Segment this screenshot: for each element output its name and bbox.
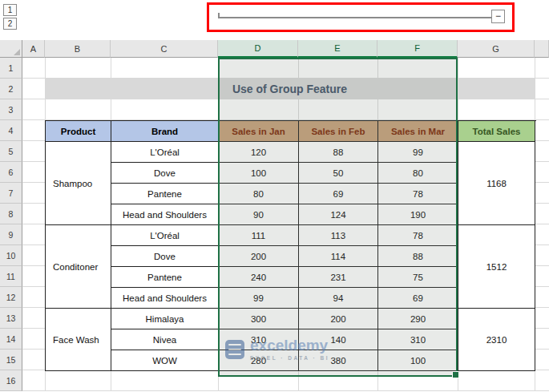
cell-brand[interactable]: Nivea [111,329,219,350]
row-header-1[interactable]: 1 [0,58,22,79]
worksheet-grid: ABCDEFG 12345678910111213141516 Use of G… [0,40,549,392]
cell-brand[interactable]: L'Oréal [111,142,219,163]
annotation-highlight-box: − [207,2,515,32]
column-header-stub[interactable] [535,40,549,58]
column-header-D[interactable]: D [218,40,298,58]
cell-brand[interactable]: Pantene [111,267,219,288]
cell-brand[interactable]: Head and Shoulders [111,204,219,225]
group-collapse-button[interactable]: − [491,10,505,23]
cell-product-conditoner[interactable]: Conditoner [46,225,111,309]
selection-fill-handle[interactable] [452,371,459,378]
cell-total-face-wash[interactable]: 2310 [458,309,535,371]
row-header-9[interactable]: 9 [0,224,22,245]
cell-total-shampoo[interactable]: 1168 [458,142,535,225]
row-header-3[interactable]: 3 [0,99,22,120]
cell-brand[interactable]: Dove [111,163,219,184]
excel-sheet-screenshot: 1 2 − ABCDEFG 12345678910111213141516 Us… [0,0,549,392]
outline-level-1-button[interactable]: 1 [3,4,17,16]
row-header-2[interactable]: 2 [0,79,22,99]
row-header-7[interactable]: 7 [0,183,22,204]
cell-brand[interactable]: Himalaya [111,309,219,329]
column-header-A[interactable]: A [22,40,45,58]
row-header-15[interactable]: 15 [0,350,22,370]
row-header-11[interactable]: 11 [0,266,22,287]
row-header-6[interactable]: 6 [0,162,22,183]
row-header-4[interactable]: 4 [0,120,22,141]
column-header-E[interactable]: E [298,40,377,58]
outline-bar: 1 2 − [0,0,549,40]
table-header-brand[interactable]: Brand [111,121,219,142]
cell-brand[interactable]: Dove [111,246,219,267]
gridline-horizontal [22,390,549,391]
table-header-total-sales[interactable]: Total Sales [458,121,535,142]
selection-overlay [218,58,458,377]
cell-total-conditoner[interactable]: 1512 [458,225,535,309]
cell-product-face-wash[interactable]: Face Wash [46,309,111,371]
row-header-12[interactable]: 12 [0,287,22,308]
column-header-C[interactable]: C [111,40,218,58]
row-header-10[interactable]: 10 [0,245,22,266]
row-header-8[interactable]: 8 [0,204,22,224]
cell-brand[interactable]: Head and Shoulders [111,288,219,309]
cell-brand[interactable]: Pantene [111,184,219,204]
group-outline-line [218,17,493,18]
cell-product-shampoo[interactable]: Shampoo [46,142,111,225]
row-header-16[interactable]: 16 [0,370,22,391]
select-all-corner[interactable] [0,40,22,58]
outline-level-2-button[interactable]: 2 [3,18,17,30]
column-header-B[interactable]: B [45,40,111,58]
cell-brand[interactable]: WOW [111,350,219,371]
column-header-G[interactable]: G [458,40,535,58]
row-header-5[interactable]: 5 [0,141,22,162]
row-header-14[interactable]: 14 [0,329,22,350]
row-header-13[interactable]: 13 [0,308,22,329]
cell-brand[interactable]: L'Oréal [111,225,219,246]
column-header-F[interactable]: F [377,40,458,58]
table-header-product[interactable]: Product [46,121,111,142]
